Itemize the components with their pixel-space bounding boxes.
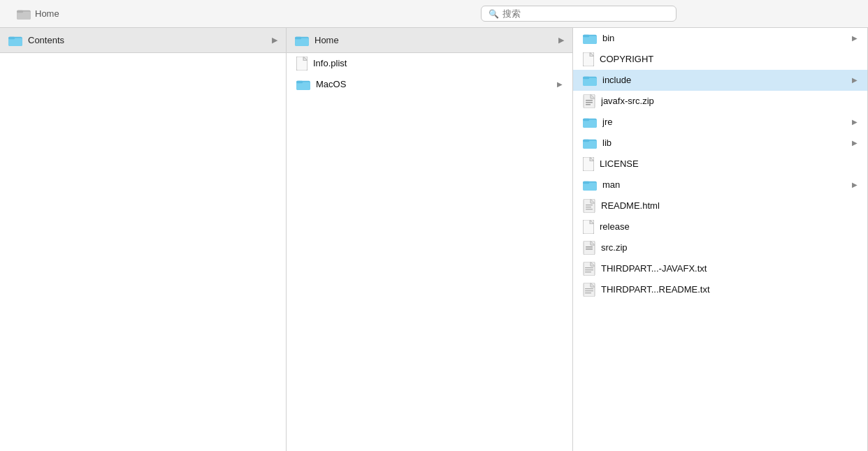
breadcrumb-label: Home <box>35 8 59 19</box>
list-item[interactable]: lib ▶ <box>573 133 867 154</box>
item-chevron: ▶ <box>852 181 858 188</box>
file-icon <box>583 157 594 171</box>
search-input[interactable] <box>502 8 669 19</box>
item-chevron: ▶ <box>852 118 858 126</box>
search-input-wrapper[interactable]: 🔍 <box>481 6 677 22</box>
svg-rect-2 <box>17 10 23 13</box>
list-item[interactable]: include ▶ <box>573 70 867 91</box>
column-contents-label: Contents <box>28 35 266 45</box>
svg-rect-52 <box>585 269 593 270</box>
file-item-label: README.html <box>601 200 858 211</box>
column-home: Home ▶ Info.plist MacO <box>287 28 573 451</box>
column-files: bin ▶ COPYRIGHT includ <box>573 28 868 451</box>
svg-rect-26 <box>586 104 591 105</box>
top-bar: Home 🔍 <box>0 0 868 28</box>
column-home-label: Home <box>314 35 553 45</box>
svg-rect-40 <box>586 205 593 205</box>
folder-icon <box>583 138 597 149</box>
file-item-label: lib <box>602 138 846 148</box>
svg-rect-13 <box>296 80 303 83</box>
svg-rect-29 <box>583 118 589 121</box>
file-icon <box>583 52 594 66</box>
list-item[interactable]: THIRDPART...-JAVAFX.txt <box>573 258 867 279</box>
file-item-label: javafx-src.zip <box>601 96 858 106</box>
zip-icon <box>583 241 595 255</box>
file-item-label: COPYRIGHT <box>600 54 858 64</box>
search-bar: 🔍 <box>301 6 857 22</box>
svg-rect-42 <box>586 209 593 209</box>
zip-icon <box>583 94 595 108</box>
item-chevron: ▶ <box>852 34 858 42</box>
svg-rect-56 <box>585 288 593 289</box>
list-item[interactable]: THIRDPART...README.txt <box>573 279 867 300</box>
svg-rect-32 <box>583 139 589 142</box>
list-item[interactable]: Info.plist <box>287 53 572 74</box>
file-item-label: src.zip <box>601 242 858 253</box>
file-item-label: include <box>602 75 846 85</box>
folder-icon <box>583 75 597 86</box>
item-chevron: ▶ <box>557 80 563 88</box>
list-item[interactable]: COPYRIGHT <box>573 49 867 70</box>
list-item[interactable]: README.html <box>573 195 867 216</box>
contents-folder-icon <box>8 35 22 46</box>
folder-icon <box>296 79 310 90</box>
svg-rect-24 <box>586 100 593 101</box>
file-item-label: LICENSE <box>600 158 858 169</box>
file-item-label: man <box>602 179 846 190</box>
list-item[interactable]: javafx-src.zip <box>573 91 867 112</box>
home-folder-icon <box>295 35 309 46</box>
folder-icon <box>583 33 597 44</box>
svg-rect-41 <box>586 207 591 207</box>
txt-icon <box>583 262 595 276</box>
svg-rect-37 <box>583 181 589 184</box>
search-icon: 🔍 <box>489 9 499 19</box>
svg-rect-57 <box>585 290 593 291</box>
txt-icon <box>583 283 595 297</box>
columns-container: Contents ▶ Home ▶ <box>0 28 868 451</box>
svg-rect-58 <box>585 293 591 293</box>
list-item[interactable]: release <box>573 216 867 237</box>
svg-rect-51 <box>585 267 593 268</box>
file-item-label: bin <box>602 33 846 43</box>
file-icon <box>583 220 594 234</box>
file-item-label: MacOS <box>316 79 551 89</box>
column-contents-chevron: ▶ <box>272 36 277 45</box>
list-item[interactable]: man ▶ <box>573 175 867 195</box>
breadcrumb-folder-icon <box>17 8 31 20</box>
svg-rect-16 <box>583 34 589 37</box>
svg-rect-47 <box>586 246 593 248</box>
item-chevron: ▶ <box>852 139 858 147</box>
list-item[interactable]: jre ▶ <box>573 112 867 133</box>
svg-rect-53 <box>585 272 591 272</box>
list-item[interactable]: bin ▶ <box>573 28 867 49</box>
column-header-home: Home ▶ <box>287 28 572 53</box>
file-item-label: THIRDPART...README.txt <box>601 284 858 295</box>
svg-rect-8 <box>295 36 301 39</box>
file-item-label: jre <box>602 117 846 127</box>
file-item-label: release <box>600 221 858 232</box>
breadcrumb-area: Home <box>11 8 295 20</box>
svg-rect-25 <box>586 102 593 103</box>
file-item-label: THIRDPART...-JAVAFX.txt <box>601 263 858 274</box>
html-icon <box>583 199 595 213</box>
folder-icon <box>583 179 597 191</box>
list-item[interactable]: MacOS ▶ <box>287 74 572 95</box>
file-icon <box>296 57 308 71</box>
column-home-chevron: ▶ <box>558 36 564 45</box>
folder-icon <box>583 117 597 128</box>
svg-rect-21 <box>583 76 589 79</box>
item-chevron: ▶ <box>852 76 858 84</box>
column-header-contents: Contents ▶ <box>0 28 286 53</box>
file-item-label: Info.plist <box>313 58 563 68</box>
list-item[interactable]: LICENSE <box>573 154 867 175</box>
column-contents: Contents ▶ <box>0 28 287 451</box>
svg-rect-5 <box>8 36 15 39</box>
svg-rect-48 <box>586 249 593 250</box>
list-item[interactable]: src.zip <box>573 237 867 258</box>
